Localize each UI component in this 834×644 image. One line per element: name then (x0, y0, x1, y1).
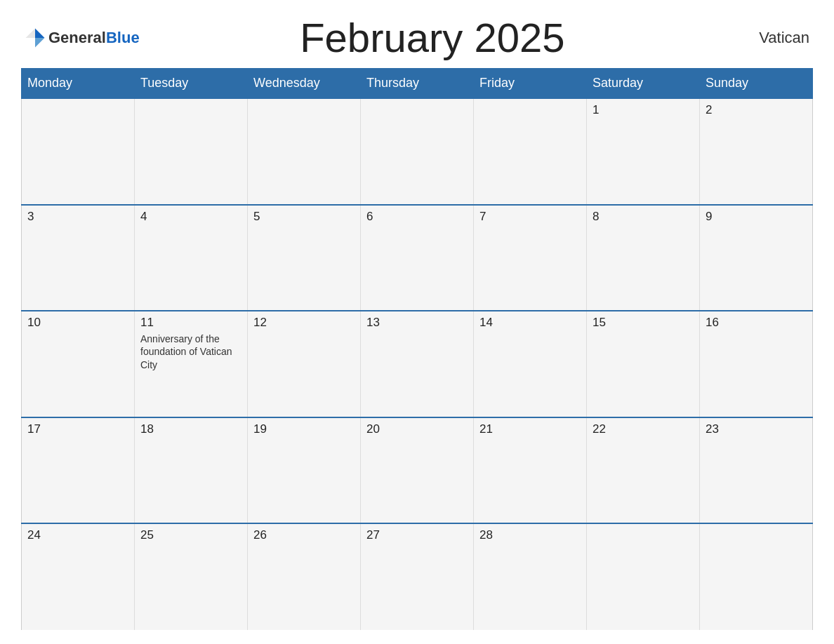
calendar-cell: 15 (587, 311, 700, 417)
day-number: 15 (593, 316, 694, 330)
day-number: 22 (593, 422, 694, 436)
day-number: 23 (706, 422, 807, 436)
logo-icon (25, 27, 46, 48)
day-number: 3 (27, 210, 128, 224)
calendar-week-row: 12 (22, 98, 813, 205)
calendar-cell (135, 98, 248, 205)
col-friday: Friday (474, 69, 587, 99)
calendar-week-row: 2425262728 (22, 523, 813, 630)
logo: GeneralBlue (25, 27, 140, 48)
day-number: 26 (253, 528, 355, 542)
logo-blue-text: Blue (106, 29, 140, 46)
day-number: 17 (27, 422, 128, 436)
col-sunday: Sunday (700, 69, 813, 99)
calendar-cell: 10 (22, 311, 135, 417)
country-label: Vatican (725, 29, 809, 47)
calendar-cell: 17 (22, 417, 135, 524)
calendar-cell: 28 (474, 523, 587, 630)
day-number: 14 (479, 316, 581, 330)
calendar-cell: 8 (587, 205, 700, 311)
day-number: 12 (253, 316, 355, 330)
calendar-page: GeneralBlue February 2025 Vatican Monday… (0, 0, 834, 644)
day-number: 8 (593, 210, 694, 224)
calendar-cell: 25 (135, 523, 248, 630)
calendar-cell: 6 (361, 205, 474, 311)
calendar-cell (587, 523, 700, 630)
day-number: 24 (27, 528, 128, 542)
day-number: 20 (366, 422, 468, 436)
day-number: 21 (479, 422, 581, 436)
day-number: 9 (706, 210, 807, 224)
calendar-cell: 27 (361, 523, 474, 630)
day-number: 28 (479, 528, 581, 542)
day-number: 7 (479, 210, 581, 224)
calendar-header-row: Monday Tuesday Wednesday Thursday Friday… (22, 69, 813, 99)
calendar-cell: 22 (587, 417, 700, 524)
day-number: 27 (366, 528, 468, 542)
calendar-cell (474, 98, 587, 205)
day-number: 18 (140, 422, 241, 436)
calendar-week-row: 3456789 (22, 205, 813, 311)
col-wednesday: Wednesday (248, 69, 361, 99)
calendar-cell: 20 (361, 417, 474, 524)
calendar-cell: 14 (474, 311, 587, 417)
day-number: 2 (706, 103, 807, 117)
calendar-cell: 24 (22, 523, 135, 630)
day-number: 19 (253, 422, 355, 436)
col-thursday: Thursday (361, 69, 474, 99)
calendar-cell (700, 523, 813, 630)
calendar-cell: 12 (248, 311, 361, 417)
calendar-week-row: 17181920212223 (22, 417, 813, 524)
day-number: 13 (366, 316, 468, 330)
svg-marker-0 (35, 28, 45, 38)
event-text: Anniversary of the foundation of Vatican… (140, 333, 241, 371)
calendar-cell: 3 (22, 205, 135, 311)
calendar-cell: 1 (587, 98, 700, 205)
day-number: 11 (140, 316, 241, 330)
calendar-cell: 16 (700, 311, 813, 417)
svg-marker-1 (35, 38, 45, 48)
day-number: 5 (253, 210, 355, 224)
calendar-cell (361, 98, 474, 205)
calendar-cell: 23 (700, 417, 813, 524)
col-monday: Monday (22, 69, 135, 99)
calendar-cell: 26 (248, 523, 361, 630)
calendar-table: Monday Tuesday Wednesday Thursday Friday… (21, 68, 813, 630)
calendar-cell: 4 (135, 205, 248, 311)
calendar-cell: 9 (700, 205, 813, 311)
calendar-cell: 11Anniversary of the foundation of Vatic… (135, 311, 248, 417)
calendar-cell: 18 (135, 417, 248, 524)
month-title: February 2025 (140, 14, 725, 61)
calendar-cell: 13 (361, 311, 474, 417)
calendar-week-row: 1011Anniversary of the foundation of Vat… (22, 311, 813, 417)
col-saturday: Saturday (587, 69, 700, 99)
day-number: 4 (140, 210, 241, 224)
svg-marker-2 (26, 28, 36, 38)
col-tuesday: Tuesday (135, 69, 248, 99)
calendar-header: GeneralBlue February 2025 Vatican (21, 14, 813, 61)
calendar-cell (22, 98, 135, 205)
day-number: 16 (706, 316, 807, 330)
calendar-cell: 7 (474, 205, 587, 311)
day-number: 1 (593, 103, 694, 117)
logo-general-text: General (48, 29, 106, 46)
calendar-cell: 19 (248, 417, 361, 524)
calendar-cell (248, 98, 361, 205)
day-number: 25 (140, 528, 241, 542)
calendar-cell: 21 (474, 417, 587, 524)
day-number: 10 (27, 316, 128, 330)
calendar-cell: 2 (700, 98, 813, 205)
day-number: 6 (366, 210, 468, 224)
calendar-cell: 5 (248, 205, 361, 311)
